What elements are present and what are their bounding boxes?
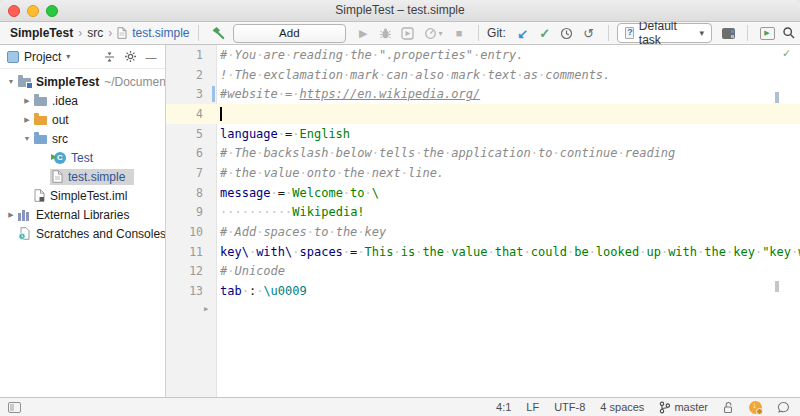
tree-item-external-libraries[interactable]: ▶ External Libraries xyxy=(0,205,165,224)
event-log-icon[interactable] xyxy=(777,401,790,414)
caret-position[interactable]: 4:1 xyxy=(496,401,511,413)
editor-line[interactable]: 11 key\·with\·spaces·=·This·is·the·value… xyxy=(166,242,800,262)
git-update-icon[interactable]: ↙ xyxy=(512,23,534,43)
git-commit-icon[interactable]: ✓ xyxy=(534,23,556,43)
toolwindow-toggle-icon[interactable] xyxy=(8,402,21,413)
history-clock-icon[interactable] xyxy=(556,23,578,43)
code-text: #·Unicode xyxy=(220,264,285,278)
file-encoding[interactable]: UTF-8 xyxy=(554,401,585,413)
title-bar[interactable]: SimpleTest – test.simple xyxy=(0,0,800,22)
folder-icon xyxy=(34,97,47,106)
module-file-icon xyxy=(34,189,45,202)
search-everywhere-icon[interactable] xyxy=(778,23,800,43)
chevron-down-icon: ▾ xyxy=(439,29,443,38)
debug-bug-icon[interactable] xyxy=(374,23,396,43)
build-hammer-icon[interactable] xyxy=(207,23,229,43)
property-value: English xyxy=(300,127,351,141)
toolbar-divider xyxy=(747,25,748,41)
scrollbar-mark[interactable] xyxy=(775,281,779,292)
editor-line[interactable]: 8 message·=·Welcome·to·\ xyxy=(166,183,800,203)
chevron-down-icon[interactable]: ▾ xyxy=(66,52,70,61)
zoom-button[interactable] xyxy=(46,5,58,17)
tree-collapsed-icon[interactable]: ▶ xyxy=(4,211,18,219)
stop-icon[interactable]: ■ xyxy=(448,23,470,43)
escape-sequence: \u0009 xyxy=(263,284,306,298)
property-key: language xyxy=(220,127,278,141)
line-number: 12 xyxy=(166,264,216,278)
update-available-icon[interactable] xyxy=(749,401,762,414)
inspections-ok-icon[interactable]: ✓ xyxy=(783,46,790,60)
add-configuration-button[interactable]: Add Configuration... xyxy=(233,24,347,43)
breadcrumb: SimpleTest › src › test.simple xyxy=(0,26,190,40)
line-separator[interactable]: LF xyxy=(526,401,539,413)
tree-item-idea[interactable]: ▶ .idea xyxy=(0,91,165,110)
property-value: This·is·the·value·that·could·be·looked·u… xyxy=(365,245,800,259)
property-key: tab xyxy=(220,284,242,298)
line-number: 4 xyxy=(166,107,216,121)
status-bar: 4:1 LF UTF-8 4 spaces master xyxy=(0,397,800,416)
editor-line[interactable]: 6 #·The·backslash·below·tells·the·applic… xyxy=(166,143,800,163)
task-combo[interactable]: ? Default task ▾ xyxy=(617,23,712,43)
tree-item-iml[interactable]: SimpleTest.iml xyxy=(0,186,165,205)
editor-line[interactable]: 5 language·=·English xyxy=(166,124,800,144)
hide-panel-icon[interactable]: — xyxy=(143,51,159,63)
task-manager-icon[interactable] xyxy=(717,23,739,43)
tree-item-out[interactable]: ▶ out xyxy=(0,110,165,129)
close-button[interactable] xyxy=(8,5,20,17)
code-text: #·Add·spaces·to·the·key xyxy=(220,225,386,239)
editor-line[interactable]: 3 #website·=·https://en.wikipedia.org/ xyxy=(166,84,800,104)
excluded-folder-icon xyxy=(34,116,47,125)
tree-item-test-class[interactable]: C Test xyxy=(0,148,165,167)
editor-line[interactable]: 2 !·The·exclamation·mark·can·also·mark·t… xyxy=(166,65,800,85)
line-number: 9 xyxy=(166,205,216,219)
tree-item-test-simple[interactable]: test.simple xyxy=(0,167,165,186)
git-label: Git: xyxy=(487,26,506,40)
code-text: #·The·backslash·below·tells·the·applicat… xyxy=(220,146,675,160)
editor-line[interactable]: 1 #·You·are·reading·the·".properties"·en… xyxy=(166,45,800,65)
tree-expanded-icon[interactable]: ▼ xyxy=(20,135,34,142)
main-area: Project ▾ — ▼ SimpleTest ~/Documents xyxy=(0,45,800,397)
line-number: 5 xyxy=(166,127,216,141)
project-view-icon xyxy=(7,51,19,63)
tree-item-project-root[interactable]: ▼ SimpleTest ~/Documents xyxy=(0,72,165,91)
editor-line[interactable]: 9 ··········Wikipedia! xyxy=(166,203,800,223)
task-icon: ? xyxy=(625,27,634,39)
editor-line-current[interactable]: 4 xyxy=(166,104,800,124)
run-anything-icon[interactable]: ▶ xyxy=(756,23,778,43)
line-number: 6 xyxy=(166,146,216,160)
breadcrumb-file[interactable]: test.simple xyxy=(132,26,189,40)
indent-setting[interactable]: 4 spaces xyxy=(600,401,644,413)
editor-line[interactable]: 10 #·Add·spaces·to·the·key xyxy=(166,222,800,242)
lock-icon[interactable] xyxy=(723,401,734,414)
run-icon[interactable]: ▶ xyxy=(352,23,374,43)
hyperlink-text[interactable]: https://en.wikipedia.org/ xyxy=(300,87,481,101)
chevron-icon: › xyxy=(78,26,82,40)
tree-item-src[interactable]: ▼ src xyxy=(0,129,165,148)
tree-collapsed-icon[interactable]: ▶ xyxy=(20,116,34,124)
coverage-icon[interactable] xyxy=(396,23,418,43)
profiler-icon[interactable]: ▾ xyxy=(418,23,448,43)
project-view-title[interactable]: Project xyxy=(24,50,61,64)
selected-row-highlight: test.simple xyxy=(50,169,134,185)
breadcrumb-src[interactable]: src xyxy=(87,26,103,40)
tree-item-scratches[interactable]: Scratches and Consoles xyxy=(0,224,165,243)
code-text: !·The·exclamation·mark·can·also·mark·tex… xyxy=(220,68,610,82)
editor[interactable]: 1 #·You·are·reading·the·".properties"·en… xyxy=(166,45,800,397)
editor-line[interactable]: 13 tab·:·\u0009 xyxy=(166,281,800,301)
toolbar-divider xyxy=(478,25,479,41)
tree-expanded-icon[interactable]: ▼ xyxy=(4,78,18,85)
editor-line[interactable]: 12 #·Unicode xyxy=(166,262,800,282)
breadcrumb-project[interactable]: SimpleTest xyxy=(10,26,73,40)
code-text: #·the·value·onto·the·next·line. xyxy=(220,166,444,180)
scrollbar-mark[interactable] xyxy=(775,92,779,103)
tree-collapsed-icon[interactable]: ▶ xyxy=(20,97,34,105)
git-branch-widget[interactable]: master xyxy=(659,401,708,414)
toolbar-divider xyxy=(198,25,199,41)
scroll-to-source-icon[interactable] xyxy=(101,51,117,63)
minimize-button[interactable] xyxy=(27,5,39,17)
rollback-icon[interactable]: ↺ xyxy=(578,23,600,43)
settings-gear-icon[interactable] xyxy=(122,50,138,63)
fold-arrow-icon[interactable]: ▶ xyxy=(204,305,208,313)
editor-line[interactable]: 7 #·the·value·onto·the·next·line. xyxy=(166,163,800,183)
ide-window: SimpleTest – test.simple SimpleTest › sr… xyxy=(0,0,800,416)
